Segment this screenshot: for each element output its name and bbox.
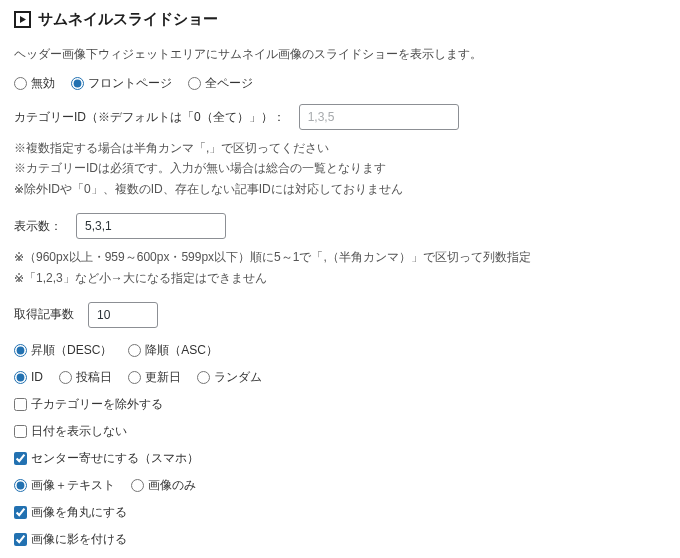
shadow-label: 画像に影を付ける <box>31 531 127 548</box>
section-header: サムネイルスライドショー <box>14 10 666 29</box>
order-dir-desc-option[interactable]: 昇順（DESC） <box>14 342 112 359</box>
order-by-posted-option[interactable]: 投稿日 <box>59 369 112 386</box>
scope-label-all: 全ページ <box>205 75 253 92</box>
order-dir-desc-radio[interactable] <box>14 344 27 357</box>
scope-radio-front[interactable] <box>71 77 84 90</box>
image-mode-image-only-radio[interactable] <box>131 479 144 492</box>
image-mode-with-text-option[interactable]: 画像＋テキスト <box>14 477 115 494</box>
order-by-modified-option[interactable]: 更新日 <box>128 369 181 386</box>
fetch-count-label: 取得記事数 <box>14 306 74 323</box>
order-by-modified-label: 更新日 <box>145 369 181 386</box>
exclude-children-label: 子カテゴリーを除外する <box>31 396 163 413</box>
scope-option-front[interactable]: フロントページ <box>71 75 172 92</box>
hide-date-option[interactable]: 日付を表示しない <box>14 423 127 440</box>
scope-option-disabled[interactable]: 無効 <box>14 75 55 92</box>
shadow-option[interactable]: 画像に影を付ける <box>14 531 127 548</box>
order-by-posted-radio[interactable] <box>59 371 72 384</box>
category-notes: ※複数指定する場合は半角カンマ「,」で区切ってください ※カテゴリーIDは必須で… <box>14 138 666 199</box>
scope-label-front: フロントページ <box>88 75 172 92</box>
scope-radio-group: 無効 フロントページ 全ページ <box>14 75 666 92</box>
hide-date-checkbox[interactable] <box>14 425 27 438</box>
rounded-checkbox[interactable] <box>14 506 27 519</box>
fetch-count-row: 取得記事数 <box>14 302 666 328</box>
order-by-random-radio[interactable] <box>197 371 210 384</box>
order-by-id-option[interactable]: ID <box>14 370 43 384</box>
order-dir-asc-option[interactable]: 降順（ASC） <box>128 342 218 359</box>
category-id-input[interactable] <box>299 104 459 130</box>
category-id-row: カテゴリーID（※デフォルトは「0（全て）」）： <box>14 104 666 130</box>
center-sp-option[interactable]: センター寄せにする（スマホ） <box>14 450 199 467</box>
slideshow-icon <box>14 11 31 28</box>
display-count-notes: ※（960px以上・959～600px・599px以下）順に5～1で「,（半角カ… <box>14 247 666 288</box>
scope-option-all[interactable]: 全ページ <box>188 75 253 92</box>
order-by-random-label: ランダム <box>214 369 262 386</box>
image-mode-image-only-option[interactable]: 画像のみ <box>131 477 196 494</box>
image-mode-with-text-label: 画像＋テキスト <box>31 477 115 494</box>
display-count-input[interactable] <box>76 213 226 239</box>
display-count-label: 表示数： <box>14 218 62 235</box>
order-by-group: ID 投稿日 更新日 ランダム <box>14 369 666 386</box>
center-sp-checkbox[interactable] <box>14 452 27 465</box>
fetch-count-input[interactable] <box>88 302 158 328</box>
center-sp-label: センター寄せにする（スマホ） <box>31 450 199 467</box>
order-by-posted-label: 投稿日 <box>76 369 112 386</box>
section-description: ヘッダー画像下ウィジェットエリアにサムネイル画像のスライドショーを表示します。 <box>14 45 666 63</box>
rounded-option[interactable]: 画像を角丸にする <box>14 504 127 521</box>
order-by-id-label: ID <box>31 370 43 384</box>
image-mode-image-only-label: 画像のみ <box>148 477 196 494</box>
order-dir-desc-label: 昇順（DESC） <box>31 342 112 359</box>
category-id-label: カテゴリーID（※デフォルトは「0（全て）」）： <box>14 109 285 126</box>
image-mode-with-text-radio[interactable] <box>14 479 27 492</box>
exclude-children-option[interactable]: 子カテゴリーを除外する <box>14 396 163 413</box>
svg-marker-0 <box>20 16 26 23</box>
shadow-checkbox[interactable] <box>14 533 27 546</box>
display-count-row: 表示数： <box>14 213 666 239</box>
order-dir-asc-radio[interactable] <box>128 344 141 357</box>
order-by-modified-radio[interactable] <box>128 371 141 384</box>
section-title-text: サムネイルスライドショー <box>38 10 218 29</box>
scope-label-disabled: 無効 <box>31 75 55 92</box>
order-dir-asc-label: 降順（ASC） <box>145 342 218 359</box>
scope-radio-all[interactable] <box>188 77 201 90</box>
order-dir-group: 昇順（DESC） 降順（ASC） <box>14 342 666 359</box>
order-by-random-option[interactable]: ランダム <box>197 369 262 386</box>
exclude-children-checkbox[interactable] <box>14 398 27 411</box>
image-mode-group: 画像＋テキスト 画像のみ <box>14 477 666 494</box>
order-by-id-radio[interactable] <box>14 371 27 384</box>
hide-date-label: 日付を表示しない <box>31 423 127 440</box>
scope-radio-disabled[interactable] <box>14 77 27 90</box>
rounded-label: 画像を角丸にする <box>31 504 127 521</box>
